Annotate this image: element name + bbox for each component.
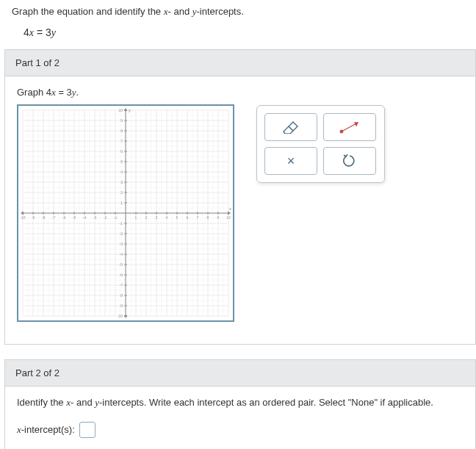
equation-y: y bbox=[51, 27, 56, 38]
svg-point-172 bbox=[340, 130, 343, 133]
svg-text:2: 2 bbox=[120, 190, 123, 195]
graph-instruction-text: Graph 4 bbox=[17, 87, 51, 98]
svg-marker-173 bbox=[355, 123, 358, 126]
part2-body: Identify the x- and y-intercepts. Write … bbox=[4, 387, 476, 449]
svg-text:10: 10 bbox=[118, 108, 123, 112]
clear-button[interactable]: × bbox=[264, 147, 317, 175]
x-intercept-label-text: -intercept(s): bbox=[21, 424, 75, 435]
svg-text:2: 2 bbox=[145, 215, 148, 220]
svg-text:9: 9 bbox=[120, 118, 123, 123]
eraser-icon bbox=[283, 121, 299, 134]
instruction-text: -intercepts. bbox=[197, 6, 244, 17]
svg-text:10: 10 bbox=[226, 215, 231, 220]
svg-text:-9: -9 bbox=[120, 303, 123, 308]
svg-text:-2: -2 bbox=[104, 215, 107, 220]
instruction-text: - and bbox=[168, 6, 192, 17]
svg-text:-10: -10 bbox=[118, 314, 123, 318]
svg-text:-9: -9 bbox=[32, 215, 35, 220]
part2-header: Part 2 of 2 bbox=[4, 359, 476, 387]
svg-text:6: 6 bbox=[187, 215, 189, 220]
part1-header-label: Part 1 of 2 bbox=[15, 57, 60, 68]
part1-body: Graph 4x = 3y. -10-9-8-7-6-5-4-3-2-11234… bbox=[4, 76, 476, 345]
part2-text: -intercepts. Write each intercept as an … bbox=[99, 397, 433, 408]
undo-button[interactable] bbox=[323, 147, 376, 175]
part1-header: Part 1 of 2 bbox=[4, 49, 476, 76]
svg-text:-1: -1 bbox=[114, 215, 118, 220]
svg-text:1: 1 bbox=[135, 215, 137, 220]
svg-line-170 bbox=[289, 126, 293, 131]
svg-text:-3: -3 bbox=[120, 242, 123, 246]
part2-header-label: Part 2 of 2 bbox=[15, 367, 60, 378]
svg-text:-4: -4 bbox=[120, 252, 123, 256]
svg-text:-8: -8 bbox=[42, 215, 46, 220]
graph-canvas[interactable]: -10-9-8-7-6-5-4-3-2-112345678910-10-9-8-… bbox=[17, 104, 234, 322]
main-instruction: Graph the equation and identify the x- a… bbox=[0, 3, 476, 22]
toolbox: × bbox=[256, 105, 385, 183]
svg-text:5: 5 bbox=[176, 215, 178, 220]
svg-text:7: 7 bbox=[197, 215, 199, 220]
graph-instruction-text: = 3 bbox=[56, 87, 72, 98]
svg-text:x: x bbox=[228, 206, 232, 211]
svg-text:-5: -5 bbox=[73, 215, 76, 220]
eraser-tool-button[interactable] bbox=[264, 113, 317, 141]
equation-text: 4 bbox=[24, 26, 29, 38]
undo-icon bbox=[343, 154, 356, 168]
svg-text:8: 8 bbox=[207, 215, 209, 220]
svg-text:-6: -6 bbox=[62, 215, 66, 220]
line-icon bbox=[339, 120, 361, 134]
x-intercept-label: x-intercept(s): bbox=[17, 424, 75, 436]
svg-text:4: 4 bbox=[166, 215, 168, 220]
graph-instruction: Graph 4x = 3y. bbox=[17, 87, 234, 98]
svg-text:-7: -7 bbox=[120, 283, 123, 287]
close-icon: × bbox=[287, 154, 295, 169]
svg-text:6: 6 bbox=[120, 149, 123, 154]
svg-text:3: 3 bbox=[156, 215, 158, 220]
part2-instruction: Identify the x- and y-intercepts. Write … bbox=[17, 397, 464, 409]
svg-text:-5: -5 bbox=[120, 262, 123, 267]
main-equation: 4x = 3y bbox=[0, 22, 476, 49]
svg-text:-3: -3 bbox=[93, 215, 97, 220]
part2-text: - and bbox=[71, 397, 95, 408]
svg-text:-6: -6 bbox=[120, 273, 123, 277]
svg-text:-4: -4 bbox=[83, 215, 87, 220]
svg-text:-7: -7 bbox=[52, 215, 56, 220]
instruction-text: Graph the equation and identify the bbox=[12, 6, 164, 17]
svg-text:-8: -8 bbox=[120, 293, 123, 298]
svg-text:3: 3 bbox=[120, 180, 123, 184]
svg-text:-2: -2 bbox=[120, 231, 123, 236]
svg-text:9: 9 bbox=[217, 215, 220, 220]
x-intercept-row: x-intercept(s): bbox=[17, 422, 464, 438]
x-intercept-input[interactable] bbox=[79, 422, 95, 438]
svg-text:-1: -1 bbox=[120, 221, 123, 226]
svg-text:5: 5 bbox=[120, 159, 123, 164]
svg-text:1: 1 bbox=[120, 201, 123, 205]
line-tool-button[interactable] bbox=[323, 113, 376, 141]
graph-instruction-text: . bbox=[76, 87, 79, 98]
svg-text:-10: -10 bbox=[20, 215, 25, 220]
svg-text:7: 7 bbox=[120, 139, 123, 143]
equation-text: = 3 bbox=[34, 26, 51, 38]
part2-text: Identify the bbox=[17, 397, 66, 408]
svg-text:8: 8 bbox=[120, 129, 123, 133]
svg-text:4: 4 bbox=[120, 170, 123, 174]
